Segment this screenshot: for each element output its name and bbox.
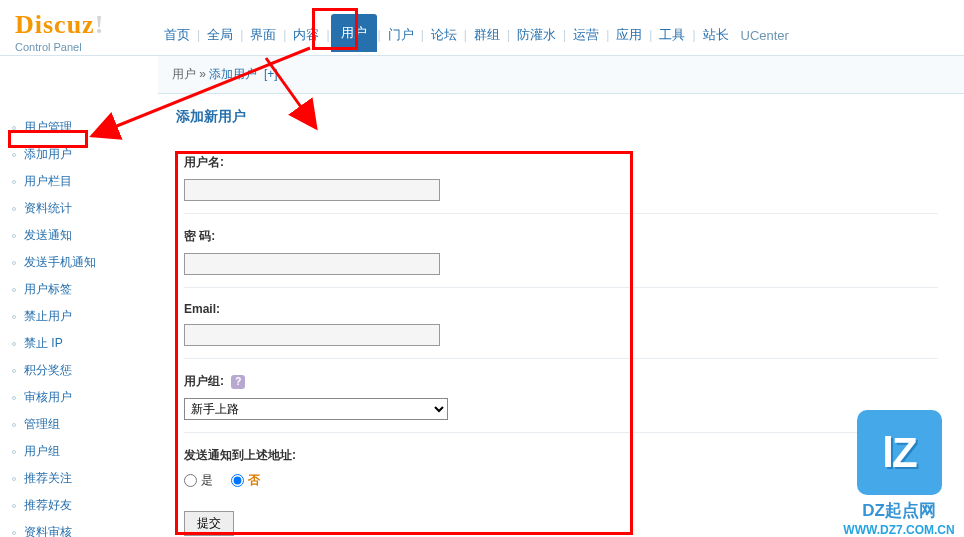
top-nav-论坛[interactable]: 论坛	[425, 20, 463, 50]
bullet-icon	[12, 423, 16, 427]
sidebar-item-用户栏目[interactable]: 用户栏目	[0, 168, 158, 195]
logo-subtitle: Control Panel	[15, 41, 104, 53]
bullet-icon	[12, 504, 16, 508]
top-nav-界面[interactable]: 界面	[244, 20, 282, 50]
sidebar-item-label: 用户管理	[24, 119, 72, 136]
bullet-icon	[12, 369, 16, 373]
sidebar-item-label: 添加用户	[24, 146, 72, 163]
notify-no-radio[interactable]	[231, 474, 244, 487]
top-nav-用户[interactable]: 用户	[331, 14, 377, 52]
sidebar-item-label: 禁止 IP	[24, 335, 63, 352]
sidebar-item-添加用户[interactable]: 添加用户	[0, 141, 158, 168]
top-nav: 首页|全局|界面|内容|用户|门户|论坛|群组|防灌水|运营|应用|工具|站长U…	[158, 18, 789, 52]
sidebar-item-用户标签[interactable]: 用户标签	[0, 276, 158, 303]
sidebar-item-label: 用户栏目	[24, 173, 72, 190]
top-nav-站长[interactable]: 站长	[697, 20, 735, 50]
sidebar-item-推荐关注[interactable]: 推荐关注	[0, 465, 158, 492]
watermark: lZ DZ起点网 WWW.DZ7.COM.CN	[834, 397, 964, 537]
bullet-icon	[12, 207, 16, 211]
top-nav-工具[interactable]: 工具	[653, 20, 691, 50]
notify-no-option[interactable]: 否	[231, 472, 260, 489]
top-nav-运营[interactable]: 运营	[567, 20, 605, 50]
usergroup-label: 用户组: ?	[184, 373, 938, 390]
bullet-icon	[12, 396, 16, 400]
sidebar-item-label: 发送手机通知	[24, 254, 96, 271]
divider	[184, 287, 938, 288]
top-nav-全局[interactable]: 全局	[201, 20, 239, 50]
breadcrumb-current[interactable]: 添加用户	[209, 67, 257, 81]
sidebar-item-审核用户[interactable]: 审核用户	[0, 384, 158, 411]
notify-label: 发送通知到上述地址:	[184, 447, 938, 464]
sidebar-item-发送手机通知[interactable]: 发送手机通知	[0, 249, 158, 276]
sidebar-item-用户管理[interactable]: 用户管理	[0, 114, 158, 141]
sidebar-item-label: 积分奖惩	[24, 362, 72, 379]
bullet-icon	[12, 234, 16, 238]
username-input[interactable]	[184, 179, 440, 201]
password-input[interactable]	[184, 253, 440, 275]
sidebar-item-label: 发送通知	[24, 227, 72, 244]
sidebar-item-用户组[interactable]: 用户组	[0, 438, 158, 465]
usergroup-select[interactable]: 新手上路	[184, 398, 448, 420]
top-nav-门户[interactable]: 门户	[382, 20, 420, 50]
sidebar-item-label: 审核用户	[24, 389, 72, 406]
top-nav-防灌水[interactable]: 防灌水	[511, 20, 562, 50]
breadcrumb-root[interactable]: 用户	[172, 67, 196, 81]
sidebar-item-禁止 IP[interactable]: 禁止 IP	[0, 330, 158, 357]
top-nav-ucenter[interactable]: UCenter	[741, 28, 789, 43]
sidebar-item-资料统计[interactable]: 资料统计	[0, 195, 158, 222]
bullet-icon	[12, 315, 16, 319]
bullet-icon	[12, 450, 16, 454]
notify-yes-radio[interactable]	[184, 474, 197, 487]
notify-yes-option[interactable]: 是	[184, 472, 213, 489]
bullet-icon	[12, 477, 16, 481]
sidebar-item-积分奖惩[interactable]: 积分奖惩	[0, 357, 158, 384]
sidebar-item-label: 用户组	[24, 443, 60, 460]
username-label: 用户名:	[184, 154, 938, 171]
top-nav-首页[interactable]: 首页	[158, 20, 196, 50]
logo-punct: !	[95, 10, 105, 39]
top-nav-群组[interactable]: 群组	[468, 20, 506, 50]
sidebar-item-label: 推荐关注	[24, 470, 72, 487]
password-label: 密 码:	[184, 228, 938, 245]
top-nav-应用[interactable]: 应用	[610, 20, 648, 50]
help-icon[interactable]: ?	[231, 375, 245, 389]
sidebar-item-管理组[interactable]: 管理组	[0, 411, 158, 438]
bullet-icon	[12, 342, 16, 346]
sidebar-item-label: 资料审核	[24, 524, 72, 537]
watermark-logo: lZ	[882, 429, 915, 477]
bullet-icon	[12, 261, 16, 265]
sidebar-item-label: 用户标签	[24, 281, 72, 298]
sidebar-item-label: 禁止用户	[24, 308, 72, 325]
bullet-icon	[12, 180, 16, 184]
bullet-icon	[12, 288, 16, 292]
sidebar-item-资料审核[interactable]: 资料审核	[0, 519, 158, 537]
email-label: Email:	[184, 302, 938, 316]
section-title: 添加新用户	[172, 108, 950, 126]
submit-button[interactable]: 提交	[184, 511, 234, 536]
email-input[interactable]	[184, 324, 440, 346]
logo-text: Discuz	[15, 10, 95, 39]
sidebar-item-推荐好友[interactable]: 推荐好友	[0, 492, 158, 519]
breadcrumb: 用户 » 添加用户 [+]	[158, 56, 964, 94]
sidebar-item-label: 管理组	[24, 416, 60, 433]
sidebar-item-label: 推荐好友	[24, 497, 72, 514]
divider	[184, 358, 938, 359]
bullet-icon	[12, 531, 16, 535]
top-nav-内容[interactable]: 内容	[287, 20, 325, 50]
divider	[184, 432, 938, 433]
sidebar: 用户管理添加用户用户栏目资料统计发送通知发送手机通知用户标签禁止用户禁止 IP积…	[0, 94, 158, 537]
bullet-icon	[12, 126, 16, 130]
watermark-url: WWW.DZ7.COM.CN	[843, 523, 954, 537]
breadcrumb-expand[interactable]: [+]	[264, 67, 278, 81]
bullet-icon	[12, 153, 16, 157]
sidebar-item-label: 资料统计	[24, 200, 72, 217]
logo: Discuz! Control Panel	[15, 10, 104, 53]
sidebar-item-发送通知[interactable]: 发送通知	[0, 222, 158, 249]
sidebar-item-禁止用户[interactable]: 禁止用户	[0, 303, 158, 330]
watermark-text: DZ起点网	[862, 499, 936, 522]
divider	[184, 213, 938, 214]
